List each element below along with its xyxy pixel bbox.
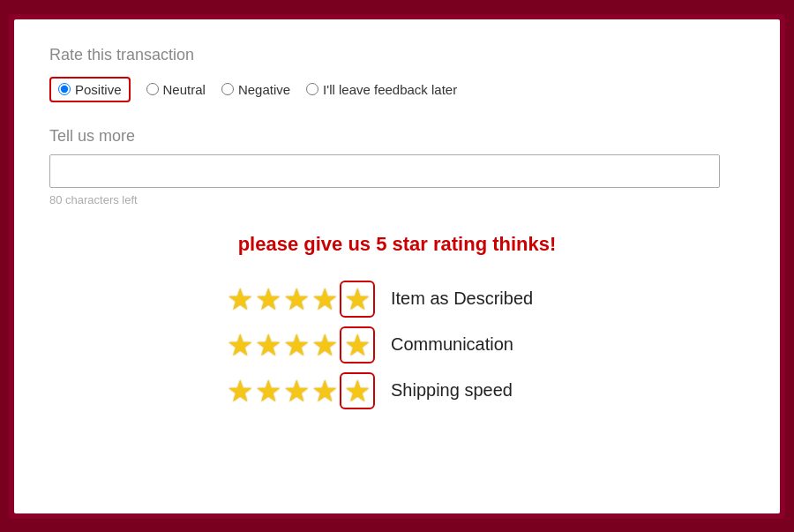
tell-us-label: Tell us more — [49, 127, 745, 146]
star-1-1[interactable]: ★ — [227, 284, 253, 314]
radio-positive[interactable]: Positive — [49, 77, 131, 102]
star-2-1[interactable]: ★ — [227, 330, 253, 360]
star-1-4[interactable]: ★ — [311, 284, 338, 314]
star-1-2[interactable]: ★ — [255, 284, 281, 314]
radio-negative-label: Negative — [238, 82, 290, 97]
star-ratings: ★ ★ ★ ★ ★ Item as Described ★ ★ — [49, 281, 745, 409]
star-3-2[interactable]: ★ — [255, 376, 281, 406]
radio-later[interactable]: I'll leave feedback later — [306, 82, 457, 97]
radio-neutral-input[interactable] — [146, 83, 159, 95]
star-1-3[interactable]: ★ — [283, 284, 310, 314]
stars-wrapper-2: ★ ★ ★ ★ ★ — [227, 326, 375, 363]
star-1-5-box: ★ — [340, 281, 375, 318]
radio-later-input[interactable] — [306, 83, 318, 95]
star-2-5-box: ★ — [340, 326, 375, 363]
star-2-5[interactable]: ★ — [344, 330, 371, 360]
radio-later-label: I'll leave feedback later — [323, 82, 457, 97]
star-3-5[interactable]: ★ — [344, 376, 371, 406]
star-row-item-described: ★ ★ ★ ★ ★ Item as Described — [227, 281, 567, 318]
star-3-5-box: ★ — [340, 372, 375, 409]
radio-negative-input[interactable] — [221, 83, 234, 95]
tell-more-input[interactable] — [49, 154, 720, 188]
star-2-2[interactable]: ★ — [255, 330, 281, 360]
radio-positive-label: Positive — [75, 82, 122, 97]
star-1-5[interactable]: ★ — [344, 284, 371, 314]
star-2-3[interactable]: ★ — [283, 330, 310, 360]
radio-positive-input[interactable] — [58, 83, 71, 95]
star-row-shipping: ★ ★ ★ ★ ★ Shipping speed — [227, 372, 567, 409]
stars-wrapper-3: ★ ★ ★ ★ ★ — [227, 372, 375, 409]
star-3-4[interactable]: ★ — [311, 376, 338, 406]
chars-left: 80 characters left — [49, 193, 745, 206]
first-four-1: ★ ★ ★ ★ — [227, 284, 338, 314]
outer-border: Rate this transaction Positive Neutral N… — [9, 14, 785, 519]
row-label-item-described: Item as Described — [391, 288, 567, 309]
radio-neutral[interactable]: Neutral — [146, 82, 206, 97]
star-3-3[interactable]: ★ — [283, 376, 310, 406]
rate-section-title: Rate this transaction — [49, 46, 745, 64]
star-row-communication: ★ ★ ★ ★ ★ Communication — [227, 326, 567, 363]
radio-negative[interactable]: Negative — [221, 82, 290, 97]
row-label-shipping: Shipping speed — [391, 380, 567, 401]
inner-card: Rate this transaction Positive Neutral N… — [14, 19, 780, 513]
first-four-2: ★ ★ ★ ★ — [227, 330, 338, 360]
star-2-4[interactable]: ★ — [311, 330, 338, 360]
radio-group: Positive Neutral Negative I'll leave fee… — [49, 77, 745, 102]
radio-neutral-label: Neutral — [163, 82, 206, 97]
row-label-communication: Communication — [391, 334, 567, 355]
cta-text: please give us 5 star rating thinks! — [49, 233, 745, 256]
stars-wrapper-1: ★ ★ ★ ★ ★ — [227, 281, 375, 318]
first-four-3: ★ ★ ★ ★ — [227, 376, 338, 406]
star-3-1[interactable]: ★ — [227, 376, 253, 406]
